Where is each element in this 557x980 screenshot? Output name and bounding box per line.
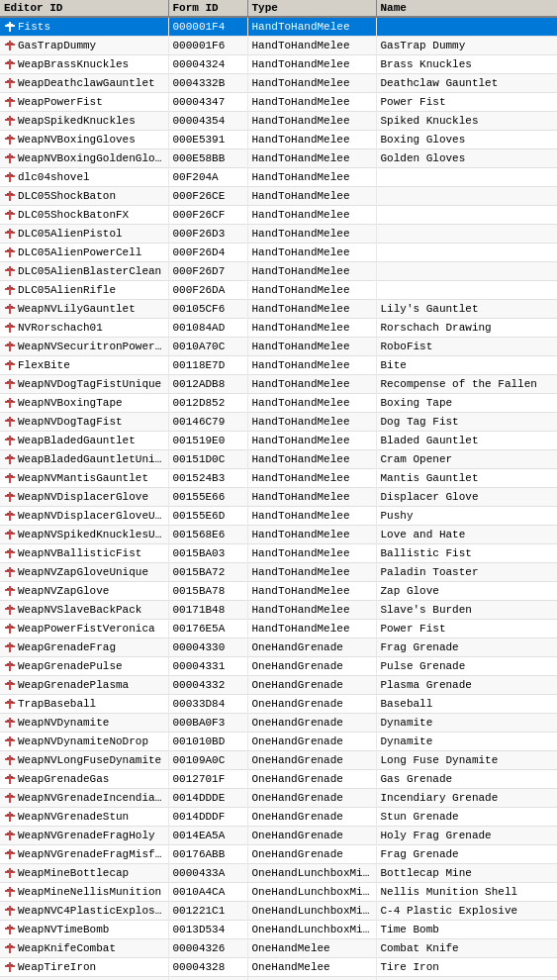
cell-editor-id: WeapNVSecuritronPowerFist	[0, 338, 168, 356]
table-row[interactable]: FlexBite00118E7DHandToHandMeleeBite	[0, 356, 557, 375]
editor-id-text: WeapTireIron	[18, 961, 96, 973]
table-row[interactable]: DLC05AlienPistol000F26D3HandToHandMelee	[0, 225, 557, 244]
table-row[interactable]: dlc04shovel00F204AHandToHandMelee	[0, 168, 557, 187]
svg-rect-175	[11, 833, 13, 834]
table-row[interactable]: WeapBladedGauntlet001519E0HandToHandMele…	[0, 432, 557, 450]
row-icon	[4, 359, 18, 371]
table-row[interactable]: WeapGrenadePlasma00004332OneHandGrenadeP…	[0, 676, 557, 695]
cell-form-id: 001524B3	[168, 469, 247, 488]
cell-editor-id: WeapNVDynamite	[0, 714, 168, 733]
table-row[interactable]: DLC05ShockBatonFX000F26CFHandToHandMelee	[0, 206, 557, 225]
table-row[interactable]: DLC05AlienBlasterClean000F26D7HandToHand…	[0, 262, 557, 281]
table-row[interactable]: DLC05AlienRifle000F26DAHandToHandMelee	[0, 281, 557, 300]
table-row[interactable]: WeapNVGrenadeFragHoly0014EA5AOneHandGren…	[0, 827, 557, 845]
editor-id-text: WeapNVGrenadeFragMisfits	[18, 848, 168, 860]
table-row[interactable]: WeapNVDisplacerGlove00155E66HandToHandMe…	[0, 488, 557, 507]
svg-rect-61	[5, 307, 15, 309]
table-row[interactable]: DLC05ShockBaton000F26CEHandToHandMelee	[0, 187, 557, 206]
cell-form-id: 0012D852	[168, 394, 247, 413]
table-row[interactable]: WeapNVLongFuseDynamite00109A0COneHandGre…	[0, 751, 557, 770]
svg-rect-106	[7, 513, 9, 515]
table-row[interactable]: WeapGrenadeFrag00004330OneHandGrenadeFra…	[0, 638, 557, 657]
table-row[interactable]: WeapNVTimeBomb0013D534OneHandLunchboxMin…	[0, 921, 557, 939]
table-row[interactable]: WeapNVLilyGauntlet00105CF6HandToHandMele…	[0, 300, 557, 319]
cell-name: Boxing Tape	[376, 394, 557, 413]
table-row[interactable]: WeapTireIron00004328OneHandMeleeTire Iro…	[0, 958, 557, 977]
table-row[interactable]: WeapNVBoxingGoldenGloves000E58BBHandToHa…	[0, 149, 557, 168]
table-row[interactable]: WeapNVSlaveBackPack00171B48HandToHandMel…	[0, 601, 557, 620]
svg-rect-53	[5, 269, 15, 271]
table-row[interactable]: WeapNVZapGlove0015BA78HandToHandMeleeZap…	[0, 582, 557, 601]
table-row[interactable]: WeapKnifeCombat00004326OneHandMeleeComba…	[0, 939, 557, 958]
table-row[interactable]: WeapMineNellisMunition0010A4CAOneHandLun…	[0, 883, 557, 902]
table-row[interactable]: Fists000001F4HandToHandMelee	[0, 17, 557, 37]
cell-form-id: 000E58BB	[168, 149, 247, 168]
cell-name: Recompense of the Fallen	[376, 375, 557, 394]
table-row[interactable]: WeapNVDynamiteNoDrop001010BDOneHandGrena…	[0, 733, 557, 751]
cell-name: Pulse Grenade	[376, 657, 557, 676]
table-row[interactable]: NVRorschach01001084ADHandToHandMeleeRors…	[0, 319, 557, 338]
table-row[interactable]: WeapNVGrenadeFragMisfits00176ABBOneHandG…	[0, 845, 557, 864]
table-row[interactable]: WeapNVDogTagFist00146C79HandToHandMeleeD…	[0, 413, 557, 432]
table-row[interactable]: WeapBladedGauntletUnique00151D0CHandToHa…	[0, 450, 557, 469]
cell-type: HandToHandMelee	[247, 93, 376, 112]
table-row[interactable]: WeapGrenadeGas0012701FOneHandGrenadeGas …	[0, 770, 557, 789]
svg-rect-65	[5, 326, 15, 328]
cell-name: Displacer Glove	[376, 488, 557, 507]
table-row[interactable]: WeapSpikedKnuckles00004354HandToHandMele…	[0, 112, 557, 131]
table-row[interactable]: WeapNVBallisticFist0015BA03HandToHandMel…	[0, 544, 557, 563]
cell-type: HandToHandMelee	[247, 319, 376, 338]
table-row[interactable]: WeapNVGrenadeStun0014DDDFOneHandGrenadeS…	[0, 808, 557, 827]
table-row[interactable]: GasTrapDummy000001F6HandToHandMeleeGasTr…	[0, 37, 557, 55]
col-header-editor[interactable]: Editor ID	[0, 0, 168, 17]
table-row[interactable]: WeapNVSpikedKnucklesUnique001568E6HandTo…	[0, 526, 557, 544]
cell-editor-id: WeapNVZapGloveUnique	[0, 563, 168, 582]
table-row[interactable]: WeapPowerFist00004347HandToHandMeleePowe…	[0, 93, 557, 112]
table-row[interactable]: WeapNVGrenadeIncendiary0014DDDEOneHandGr…	[0, 789, 557, 808]
row-icon	[4, 378, 18, 390]
cell-editor-id: WeapGrenadeGas	[0, 770, 168, 789]
cell-name	[376, 168, 557, 187]
col-header-name[interactable]: Name	[376, 0, 557, 17]
row-icon	[4, 134, 18, 146]
svg-rect-38	[7, 193, 9, 195]
col-header-type[interactable]: Type	[247, 0, 376, 17]
table-row[interactable]: WeapKnife00004334OneHandMeleeKnife	[0, 977, 557, 981]
svg-rect-7	[11, 43, 13, 45]
svg-rect-186	[7, 889, 9, 891]
cell-form-id: 0000433A	[168, 864, 247, 883]
cell-editor-id: WeapNVLongFuseDynamite	[0, 751, 168, 770]
row-icon	[4, 566, 18, 578]
table-row[interactable]: WeapNVC4PlasticExplosive001221C1OneHandL…	[0, 902, 557, 921]
table-row[interactable]: TrapBaseball00033D84OneHandGrenadeBaseba…	[0, 695, 557, 714]
table-row[interactable]: DLC05AlienPowerCell000F26D4HandToHandMel…	[0, 244, 557, 262]
cell-name: Gas Grenade	[376, 770, 557, 789]
cell-type: OneHandMelee	[247, 939, 376, 958]
cell-form-id: 0014DDDE	[168, 789, 247, 808]
svg-rect-105	[5, 514, 15, 516]
table-row[interactable]: WeapNVZapGloveUnique0015BA72HandToHandMe…	[0, 563, 557, 582]
table-row[interactable]: WeapGrenadePulse00004331OneHandGrenadePu…	[0, 657, 557, 676]
table-row[interactable]: WeapNVMantisGauntlet001524B3HandToHandMe…	[0, 469, 557, 488]
table-row[interactable]: WeapNVBoxingGloves000E5391HandToHandMele…	[0, 131, 557, 149]
svg-rect-178	[7, 851, 9, 853]
editor-id-text: WeapNVLilyGauntlet	[18, 303, 136, 315]
cell-type: OneHandGrenade	[247, 676, 376, 695]
table-row[interactable]: WeapNVDynamite000BA0F3OneHandGrenadeDyna…	[0, 714, 557, 733]
cell-type: OneHandLunchboxMine	[247, 883, 376, 902]
svg-rect-109	[5, 533, 15, 535]
table-row[interactable]: WeapNVBoxingTape0012D852HandToHandMeleeB…	[0, 394, 557, 413]
svg-rect-95	[11, 456, 13, 458]
table-row[interactable]: WeapDeathclawGauntlet0004332BHandToHandM…	[0, 74, 557, 93]
editor-id-text: WeapNVZapGloveUnique	[18, 566, 148, 578]
table-row[interactable]: WeapNVDisplacerGloveUnique00155E6DHandTo…	[0, 507, 557, 526]
table-row[interactable]: WeapBrassKnuckles00004324HandToHandMelee…	[0, 55, 557, 74]
table-row[interactable]: WeapNVSecuritronPowerFist0010A70CHandToH…	[0, 338, 557, 356]
table-row[interactable]: WeapMineBottlecap0000433AOneHandLunchbox…	[0, 864, 557, 883]
table-row[interactable]: WeapNVDogTagFistUnique0012ADB8HandToHand…	[0, 375, 557, 394]
cell-editor-id: DLC05AlienRifle	[0, 281, 168, 300]
col-header-form[interactable]: Form ID	[168, 0, 247, 17]
table-row[interactable]: WeapPowerFistVeronica00176E5AHandToHandM…	[0, 620, 557, 638]
svg-rect-45	[5, 232, 15, 234]
cell-editor-id: WeapNVBoxingGloves	[0, 131, 168, 149]
